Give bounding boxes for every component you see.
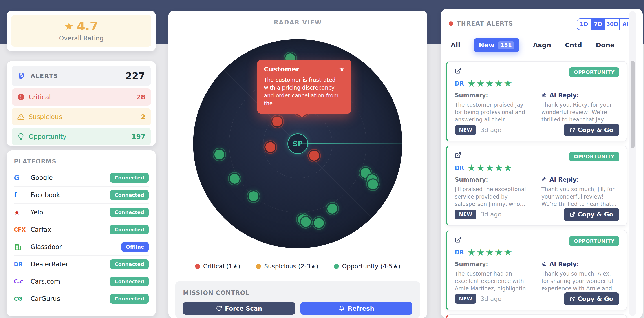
star-icon: ★ (339, 66, 345, 73)
threat-alerts-title: THREAT ALERTS (457, 20, 513, 27)
alert-timestamp: 3d ago (480, 126, 502, 134)
ai-reply-label: AI Reply: (550, 92, 579, 98)
opportunity-badge: OPPORTUNITY (569, 67, 619, 77)
new-status-badge: NEW (455, 294, 476, 304)
copy-and-go-button[interactable]: Copy & Go (564, 124, 619, 136)
external-link-icon (570, 296, 575, 302)
legend-label: Critical (1★) (203, 263, 240, 270)
status-badge: Connected (110, 260, 149, 269)
radar-dot[interactable] (214, 150, 224, 160)
alert-row-suspicious[interactable]: Suspicious 2 (12, 108, 151, 125)
tab-done[interactable]: Done (596, 41, 614, 49)
platform-name: CarGurus (30, 295, 60, 302)
tab-cntd[interactable]: Cntd (565, 41, 582, 49)
radar-dot[interactable] (230, 174, 240, 184)
status-badge: Connected (110, 294, 149, 304)
overall-rating-card: ★ 4.7 Overall Rating (7, 11, 156, 51)
radar-dot[interactable] (248, 191, 258, 201)
scrollbar-track (629, 11, 636, 316)
force-scan-label: Force Scan (225, 305, 262, 312)
time-filter-7d[interactable]: 7D (591, 19, 605, 30)
ai-reply-label: AI Reply: (550, 176, 579, 183)
robot-icon (542, 92, 547, 98)
alert-row-label: Suspicious (29, 113, 62, 120)
status-badge: Connected (110, 277, 149, 286)
ai-reply-label: AI Reply: (550, 261, 579, 268)
source-dealerrater-label: DR (455, 80, 464, 87)
radar-dot[interactable] (272, 116, 282, 126)
force-scan-button[interactable]: Force Scan (183, 302, 295, 315)
alerts-title: ALERTS (30, 72, 58, 80)
external-link-icon[interactable] (455, 152, 462, 158)
overall-rating-inner: ★ 4.7 Overall Rating (11, 15, 151, 47)
tooltip-body: The customer is frustrated with a pricin… (264, 76, 345, 108)
radar-view-card: RADAR VIEW SP Customer ★ The customer (168, 11, 427, 318)
external-link-icon[interactable] (455, 236, 462, 243)
refresh-button[interactable]: Refresh (300, 302, 412, 315)
copy-and-go-button[interactable]: Copy & Go (564, 292, 619, 305)
alerts-total-count: 227 (125, 70, 145, 82)
radar-view-title: RADAR VIEW (168, 19, 427, 26)
source-dealerrater-label: DR (455, 164, 464, 171)
platform-name: DealerRater (30, 260, 68, 268)
alert-row-count: 2 (141, 113, 146, 121)
radar-dot[interactable] (368, 180, 378, 189)
ai-reply-column: AI Reply: Thank you so much, Jill, for y… (542, 176, 619, 208)
platform-name: Glassdoor (30, 243, 62, 251)
radar-dot[interactable] (309, 151, 319, 160)
threat-alerts-panel: THREAT ALERTS 1D 7D 30D All All New 131 … (441, 9, 643, 318)
legend-label: Suspicious (2-3★) (264, 263, 318, 270)
alerts-summary-card: ALERTS 227 Critical 28 Suspicious 2 Oppo… (7, 61, 156, 146)
time-filter-30d[interactable]: 30D (605, 19, 619, 30)
radar-dot[interactable] (266, 142, 275, 152)
scrollbar-thumb[interactable] (630, 61, 634, 148)
opportunity-badge: OPPORTUNITY (569, 236, 619, 246)
status-badge: Connected (110, 208, 149, 217)
external-link-icon[interactable] (455, 67, 462, 74)
tab-asgn[interactable]: Asgn (533, 41, 551, 49)
alert-timestamp: 3d ago (480, 295, 502, 302)
alert-card: OPPORTUNITY DR ★★★★★ Summary: Jill prais… (446, 146, 627, 226)
status-badge: Connected (110, 225, 149, 234)
status-badge: Offline (122, 242, 149, 252)
tooltip-title: Customer (264, 65, 299, 73)
dealerrater-logo-icon: DR (14, 261, 26, 268)
alert-row-opportunity[interactable]: Opportunity 197 (12, 128, 151, 145)
alert-timestamp: 3d ago (480, 211, 502, 218)
platform-row-carscom: C.c Cars.com Connected (14, 273, 149, 290)
yelp-logo-icon: ★ (14, 208, 26, 216)
rating-stars: ★★★★★ (467, 79, 513, 88)
platform-row-facebook: f Facebook Connected (14, 186, 149, 204)
alert-circle-icon (17, 93, 25, 101)
radar-dot[interactable] (301, 217, 311, 227)
copy-and-go-button[interactable]: Copy & Go (564, 208, 619, 221)
ai-reply-text: Thank you so much, Jill, for your wonder… (542, 186, 619, 208)
copy-and-go-label: Copy & Go (578, 295, 613, 302)
time-filter-segmented-control: 1D 7D 30D All (577, 18, 634, 30)
tab-all[interactable]: All (451, 41, 460, 49)
legend-dot-opportunity (334, 264, 339, 269)
legend-item-critical: Critical (1★) (195, 263, 240, 270)
alert-row-label: Critical (29, 94, 51, 101)
platform-name: Facebook (30, 191, 60, 199)
opportunity-badge: OPPORTUNITY (569, 152, 619, 162)
legend-dot-suspicious (256, 264, 261, 269)
robot-icon (542, 261, 547, 267)
radar-sweep-line (298, 143, 402, 144)
summary-column: Summary: Jill praised the exceptional se… (455, 176, 532, 208)
rating-stars: ★★★★★ (467, 248, 513, 257)
tab-new[interactable]: New 131 (474, 38, 520, 52)
summary-text: The customer praised Jay for being profe… (455, 101, 532, 124)
red-status-dot-icon (449, 21, 453, 26)
radar-dot[interactable] (314, 218, 324, 228)
alert-row-critical[interactable]: Critical 28 (12, 88, 151, 106)
legend-item-opportunity: Opportunity (4-5★) (334, 263, 400, 270)
mission-control-panel: MISSION CONTROL Force Scan Refresh (175, 282, 420, 318)
legend-label: Opportunity (4-5★) (342, 263, 400, 270)
summary-column: Summary: The customer praised Jay for be… (455, 92, 532, 124)
facebook-logo-icon: f (14, 191, 26, 199)
time-filter-1d[interactable]: 1D (577, 19, 591, 30)
radar-tooltip: Customer ★ The customer is frustrated wi… (257, 60, 352, 114)
radar-dot[interactable] (328, 204, 337, 214)
status-badge: Connected (110, 173, 149, 182)
